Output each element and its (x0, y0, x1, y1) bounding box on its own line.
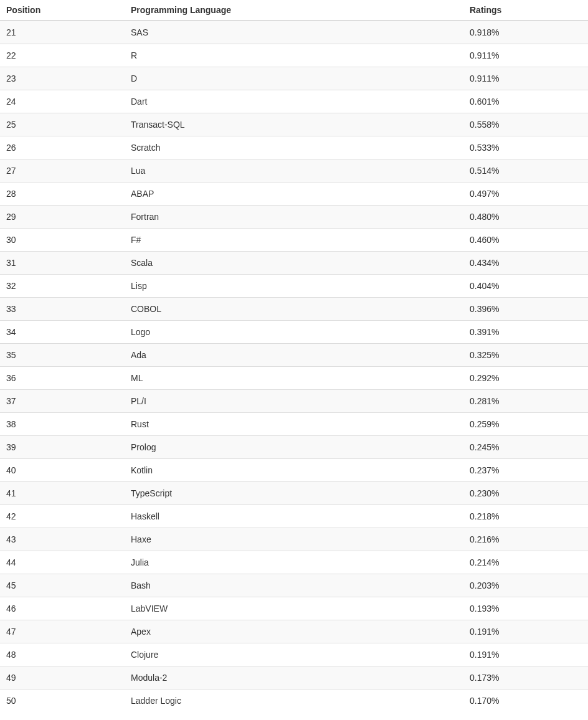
cell-position: 31 (0, 252, 125, 275)
cell-ratings: 0.434% (463, 252, 588, 275)
cell-language: TypeScript (125, 482, 463, 505)
cell-ratings: 0.601% (463, 90, 588, 113)
cell-position: 39 (0, 436, 125, 459)
header-position: Position (0, 0, 125, 21)
cell-ratings: 0.193% (463, 597, 588, 620)
cell-ratings: 0.396% (463, 298, 588, 321)
cell-language: Julia (125, 551, 463, 574)
table-row: 26Scratch0.533% (0, 136, 588, 159)
cell-position: 34 (0, 321, 125, 344)
cell-language: Fortran (125, 206, 463, 229)
cell-language: PL/I (125, 390, 463, 413)
cell-language: LabVIEW (125, 597, 463, 620)
cell-ratings: 0.191% (463, 643, 588, 666)
cell-language: Logo (125, 321, 463, 344)
cell-position: 50 (0, 689, 125, 713)
cell-ratings: 0.391% (463, 321, 588, 344)
table-row: 33COBOL0.396% (0, 298, 588, 321)
cell-ratings: 0.911% (463, 67, 588, 90)
cell-position: 33 (0, 298, 125, 321)
table-row: 50Ladder Logic0.170% (0, 689, 588, 713)
cell-ratings: 0.281% (463, 390, 588, 413)
cell-language: Rust (125, 413, 463, 436)
cell-position: 30 (0, 229, 125, 252)
cell-language: D (125, 67, 463, 90)
cell-ratings: 0.497% (463, 182, 588, 206)
cell-position: 38 (0, 413, 125, 436)
table-row: 27Lua0.514% (0, 159, 588, 182)
cell-language: Scala (125, 252, 463, 275)
table-row: 34Logo0.391% (0, 321, 588, 344)
cell-language: Haxe (125, 528, 463, 551)
cell-language: Ada (125, 344, 463, 367)
cell-ratings: 0.404% (463, 275, 588, 298)
cell-ratings: 0.237% (463, 459, 588, 482)
cell-position: 44 (0, 551, 125, 574)
cell-language: Apex (125, 620, 463, 643)
table-row: 31Scala0.434% (0, 252, 588, 275)
cell-language: Bash (125, 574, 463, 597)
cell-language: SAS (125, 21, 463, 44)
cell-ratings: 0.918% (463, 21, 588, 44)
cell-ratings: 0.292% (463, 367, 588, 390)
table-row: 48Clojure0.191% (0, 643, 588, 666)
cell-position: 21 (0, 21, 125, 44)
table-body: 21SAS0.918%22R0.911%23D0.911%24Dart0.601… (0, 21, 588, 712)
table-row: 30F#0.460% (0, 229, 588, 252)
cell-language: Transact-SQL (125, 113, 463, 136)
table-row: 41TypeScript0.230% (0, 482, 588, 505)
cell-language: Lua (125, 159, 463, 182)
cell-position: 26 (0, 136, 125, 159)
cell-language: COBOL (125, 298, 463, 321)
cell-language: Dart (125, 90, 463, 113)
cell-ratings: 0.203% (463, 574, 588, 597)
cell-ratings: 0.460% (463, 229, 588, 252)
table-row: 22R0.911% (0, 44, 588, 67)
cell-position: 27 (0, 159, 125, 182)
table-row: 37PL/I0.281% (0, 390, 588, 413)
table-row: 39Prolog0.245% (0, 436, 588, 459)
cell-position: 42 (0, 505, 125, 528)
table-header-row: Position Programming Language Ratings (0, 0, 588, 21)
table-row: 32Lisp0.404% (0, 275, 588, 298)
cell-position: 48 (0, 643, 125, 666)
cell-position: 22 (0, 44, 125, 67)
cell-position: 25 (0, 113, 125, 136)
cell-language: Kotlin (125, 459, 463, 482)
cell-language: F# (125, 229, 463, 252)
cell-position: 32 (0, 275, 125, 298)
cell-ratings: 0.218% (463, 505, 588, 528)
cell-ratings: 0.230% (463, 482, 588, 505)
cell-language: Haskell (125, 505, 463, 528)
table-row: 28ABAP0.497% (0, 182, 588, 206)
cell-position: 36 (0, 367, 125, 390)
cell-language: Scratch (125, 136, 463, 159)
table-row: 36ML0.292% (0, 367, 588, 390)
table-row: 40Kotlin0.237% (0, 459, 588, 482)
cell-position: 47 (0, 620, 125, 643)
table-row: 44Julia0.214% (0, 551, 588, 574)
table-row: 24Dart0.601% (0, 90, 588, 113)
table-row: 38Rust0.259% (0, 413, 588, 436)
cell-language: Lisp (125, 275, 463, 298)
cell-ratings: 0.325% (463, 344, 588, 367)
cell-language: ML (125, 367, 463, 390)
cell-language: Modula-2 (125, 666, 463, 689)
cell-position: 45 (0, 574, 125, 597)
header-ratings: Ratings (463, 0, 588, 21)
cell-ratings: 0.173% (463, 666, 588, 689)
table-row: 21SAS0.918% (0, 21, 588, 44)
cell-ratings: 0.191% (463, 620, 588, 643)
cell-position: 41 (0, 482, 125, 505)
cell-language: Clojure (125, 643, 463, 666)
cell-position: 28 (0, 182, 125, 206)
cell-ratings: 0.170% (463, 689, 588, 713)
cell-ratings: 0.480% (463, 206, 588, 229)
cell-position: 37 (0, 390, 125, 413)
table-row: 35Ada0.325% (0, 344, 588, 367)
cell-position: 35 (0, 344, 125, 367)
cell-language: Ladder Logic (125, 689, 463, 713)
cell-position: 29 (0, 206, 125, 229)
cell-ratings: 0.259% (463, 413, 588, 436)
table-row: 49Modula-20.173% (0, 666, 588, 689)
